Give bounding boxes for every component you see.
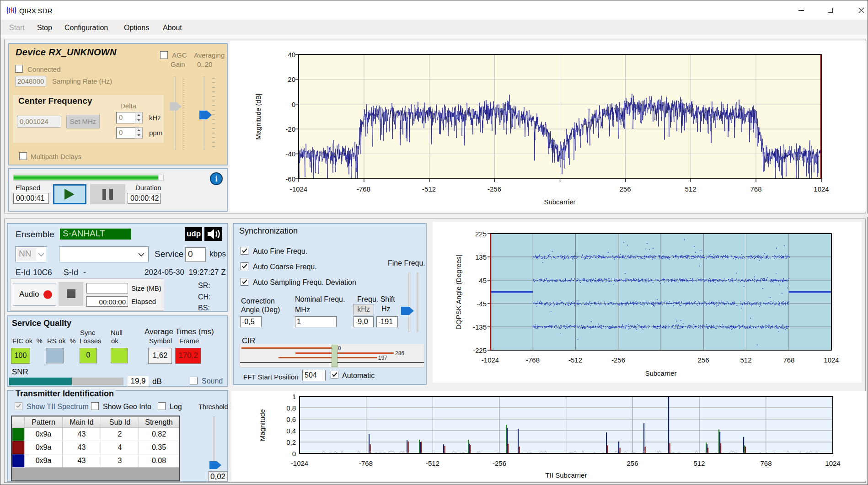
svg-text:Magnitude (dB|: Magnitude (dB| [254, 93, 262, 139]
svg-text:0,6: 0,6 [286, 416, 296, 423]
svg-text:512: 512 [740, 356, 751, 364]
svg-text:-768: -768 [357, 185, 370, 193]
svg-text:20: 20 [288, 75, 295, 83]
svg-text:1: 1 [292, 393, 296, 400]
svg-text:135: 135 [475, 253, 487, 261]
svg-text:-512: -512 [422, 185, 436, 193]
svg-text:-1024: -1024 [482, 356, 499, 364]
svg-text:-20: -20 [285, 125, 295, 133]
svg-text:-768: -768 [526, 356, 540, 364]
svg-text:-512: -512 [568, 356, 582, 364]
svg-text:0,4: 0,4 [286, 427, 296, 435]
svg-text:Subcarrier: Subcarrier [544, 198, 575, 206]
svg-text:256: 256 [697, 356, 709, 364]
svg-text:-60: -60 [285, 175, 295, 183]
svg-text:40: 40 [288, 51, 295, 59]
svg-text:-512: -512 [426, 459, 439, 467]
svg-text:-1024: -1024 [290, 185, 307, 193]
svg-text:768: 768 [760, 459, 772, 467]
svg-text:225: 225 [475, 230, 487, 238]
svg-text:-1024: -1024 [291, 459, 308, 467]
svg-text:768: 768 [783, 356, 794, 364]
svg-text:-768: -768 [359, 459, 373, 467]
svg-text:Magnitude: Magnitude [258, 409, 266, 441]
svg-text:-45: -45 [477, 300, 487, 308]
svg-text:512: 512 [693, 459, 705, 467]
svg-text:0,8: 0,8 [286, 404, 296, 412]
svg-text:45: 45 [479, 277, 487, 284]
svg-text:1024: 1024 [825, 459, 840, 467]
svg-text:DQPSK Angle (Degrees|: DQPSK Angle (Degrees| [455, 255, 462, 330]
svg-text:768: 768 [750, 185, 761, 193]
svg-text:Subcarrier: Subcarrier [645, 369, 676, 377]
svg-text:0: 0 [292, 101, 295, 108]
svg-text:0: 0 [292, 450, 296, 458]
svg-text:-256: -256 [493, 459, 506, 467]
svg-text:512: 512 [685, 185, 696, 193]
svg-text:-256: -256 [611, 356, 625, 364]
svg-text:-256: -256 [488, 185, 501, 193]
svg-text:-225: -225 [473, 346, 487, 354]
svg-text:256: 256 [619, 185, 631, 193]
svg-text:-135: -135 [473, 323, 487, 331]
svg-text:1024: 1024 [824, 356, 839, 364]
svg-text:-40: -40 [285, 150, 295, 158]
svg-text:1024: 1024 [814, 185, 829, 193]
svg-text:0,2: 0,2 [286, 438, 296, 446]
svg-text:256: 256 [627, 459, 638, 467]
svg-text:TII Subcarrier: TII Subcarrier [546, 471, 587, 479]
